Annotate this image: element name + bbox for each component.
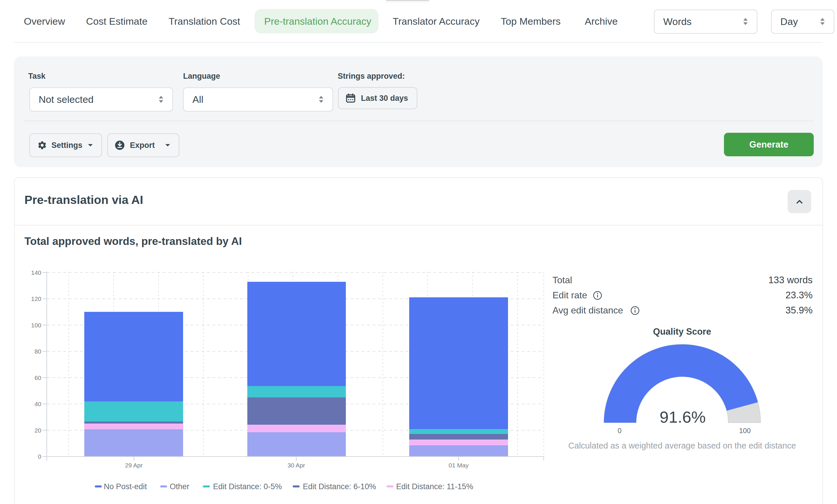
svg-text:100: 100 <box>31 322 41 328</box>
svg-text:Edit Distance: 6-10%: Edit Distance: 6-10% <box>303 482 376 491</box>
svg-text:140: 140 <box>31 269 41 276</box>
svg-text:Edit Distance: 11-15%: Edit Distance: 11-15% <box>396 482 473 491</box>
svg-text:Edit rate: Edit rate <box>552 290 587 300</box>
svg-text:80: 80 <box>35 348 41 355</box>
svg-text:Other: Other <box>170 482 190 491</box>
svg-text:60: 60 <box>35 375 41 381</box>
svg-text:120: 120 <box>31 295 41 302</box>
svg-text:35.9%: 35.9% <box>785 305 813 316</box>
svg-text:29 Apr: 29 Apr <box>125 462 143 469</box>
svg-text:Calculated as a weighted avera: Calculated as a weighted average based o… <box>568 441 796 450</box>
svg-text:Total: Total <box>552 275 572 285</box>
svg-text:30 Apr: 30 Apr <box>287 462 305 469</box>
svg-text:40: 40 <box>35 401 41 407</box>
svg-text:100: 100 <box>739 427 751 435</box>
svg-text:01 May: 01 May <box>449 462 469 469</box>
svg-text:Quality Score: Quality Score <box>653 326 711 337</box>
svg-text:0: 0 <box>618 427 621 435</box>
svg-text:0: 0 <box>38 453 41 460</box>
svg-text:Edit Distance: 0-5%: Edit Distance: 0-5% <box>213 482 282 491</box>
svg-text:133 words: 133 words <box>768 274 813 285</box>
svg-text:Avg edit distance: Avg edit distance <box>552 305 623 316</box>
svg-text:20: 20 <box>35 427 41 434</box>
svg-text:23.3%: 23.3% <box>785 290 813 300</box>
svg-text:91.6%: 91.6% <box>660 408 706 426</box>
svg-text:No Post-edit: No Post-edit <box>104 482 147 491</box>
